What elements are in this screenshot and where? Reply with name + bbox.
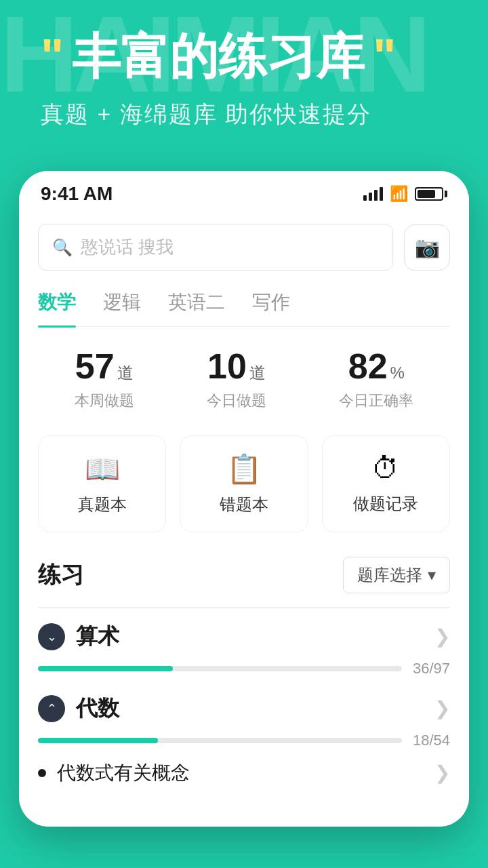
category-arithmetic-header: ⌄ 算术 ❯	[38, 622, 450, 652]
quote-left-icon: "	[41, 27, 64, 85]
stat-weekly: 57道 本周做题	[75, 346, 134, 411]
practice-header: 练习 题库选择 ▾	[38, 557, 450, 593]
stats-row: 57道 本周做题 10道 今日做题 82% 今日正确率	[38, 346, 450, 411]
tab-writing[interactable]: 写作	[252, 290, 290, 326]
library-select-button[interactable]: 题库选择 ▾	[343, 557, 450, 593]
phone-mockup: 9:41 AM 📶	[19, 171, 469, 827]
search-placeholder-text: 憨说话 搜我	[81, 235, 174, 259]
tab-bar: 数学 逻辑 英语二 写作	[38, 290, 450, 327]
history-label: 做题记录	[353, 493, 418, 515]
real-exam-label: 真题本	[78, 494, 127, 515]
stat-accuracy-number: 82%	[339, 346, 413, 387]
category-algebra: ⌃ 代数 ❯ 18/54 代数式有关概念	[38, 694, 450, 797]
stat-today: 10道 今日做题	[207, 346, 266, 411]
sub-item-algebra-concept[interactable]: 代数式有关概念 ❯	[38, 749, 450, 797]
category-arithmetic: ⌄ 算术 ❯ 36/97	[38, 622, 450, 677]
wrong-questions-label: 错题本	[220, 494, 268, 515]
bullet-icon	[38, 769, 46, 777]
search-bar[interactable]: 🔍 憨说话 搜我	[38, 224, 393, 271]
practice-title: 练习	[38, 559, 84, 591]
history-card[interactable]: ⏱ 做题记录	[322, 435, 450, 532]
category-algebra-progress-fill	[38, 738, 158, 743]
category-algebra-left: ⌃ 代数	[38, 694, 119, 724]
category-arithmetic-name: 算术	[76, 622, 119, 652]
sub-item-algebra-left: 代数式有关概念	[38, 760, 190, 786]
clock-icon: ⏱	[371, 452, 400, 485]
hero-section: HAIMIAN " 丰富的练习库 " 真题 + 海绵题库 助你快速提分	[0, 0, 488, 171]
stat-weekly-number: 57道	[75, 346, 134, 387]
battery-icon	[415, 187, 447, 201]
dropdown-icon: ▾	[428, 566, 436, 585]
wifi-icon: 📶	[390, 185, 408, 203]
tab-logic[interactable]: 逻辑	[103, 290, 141, 326]
category-arithmetic-progress-row: 36/97	[38, 660, 450, 677]
category-arithmetic-progress-fill	[38, 666, 173, 671]
category-arithmetic-toggle[interactable]: ⌄	[38, 623, 65, 650]
hero-title: " 丰富的练习库 "	[41, 27, 447, 85]
category-algebra-header: ⌃ 代数 ❯	[38, 694, 450, 724]
search-icon: 🔍	[52, 238, 73, 257]
stat-accuracy-label: 今日正确率	[339, 391, 413, 411]
stat-weekly-label: 本周做题	[75, 391, 134, 411]
category-algebra-progress-text: 18/54	[413, 732, 450, 749]
category-arithmetic-progress-bg	[38, 666, 402, 671]
stat-accuracy: 82% 今日正确率	[339, 346, 413, 411]
category-algebra-name: 代数	[76, 694, 119, 724]
category-algebra-progress-bg	[38, 738, 402, 743]
book-open-icon: 📖	[85, 452, 120, 486]
app-content: 🔍 憨说话 搜我 📷 数学 逻辑 英语二 写作 57道	[19, 210, 469, 827]
category-arithmetic-progress-text: 36/97	[413, 660, 450, 677]
phone-wrapper: 9:41 AM 📶	[0, 171, 488, 827]
status-bar: 9:41 AM 📶	[19, 171, 469, 210]
wrong-questions-card[interactable]: 📋 错题本	[180, 435, 308, 532]
category-algebra-progress-row: 18/54	[38, 732, 450, 749]
status-time: 9:41 AM	[41, 183, 113, 205]
wrong-book-icon: 📋	[226, 452, 262, 486]
signal-icon	[363, 187, 383, 201]
library-btn-label: 题库选择	[357, 564, 422, 586]
action-cards: 📖 真题本 📋 错题本 ⏱ 做题记录	[38, 435, 450, 532]
camera-button[interactable]: 📷	[404, 224, 450, 271]
quote-right-icon: "	[373, 27, 396, 85]
category-arithmetic-arrow[interactable]: ❯	[434, 625, 450, 648]
divider	[38, 607, 450, 608]
real-exam-card[interactable]: 📖 真题本	[38, 435, 166, 532]
search-row: 🔍 憨说话 搜我 📷	[38, 224, 450, 271]
hero-main-text: 丰富的练习库	[72, 27, 365, 85]
hero-subtitle: 真题 + 海绵题库 助你快速提分	[41, 99, 447, 130]
status-icons: 📶	[363, 185, 447, 203]
tab-english[interactable]: 英语二	[168, 290, 225, 326]
sub-item-algebra-label: 代数式有关概念	[57, 760, 190, 786]
category-arithmetic-left: ⌄ 算术	[38, 622, 119, 652]
stat-today-number: 10道	[207, 346, 266, 387]
category-algebra-toggle[interactable]: ⌃	[38, 695, 65, 722]
tab-math[interactable]: 数学	[38, 290, 76, 326]
sub-item-algebra-arrow[interactable]: ❯	[434, 762, 450, 784]
stat-today-label: 今日做题	[207, 391, 266, 411]
category-algebra-arrow[interactable]: ❯	[434, 697, 450, 719]
